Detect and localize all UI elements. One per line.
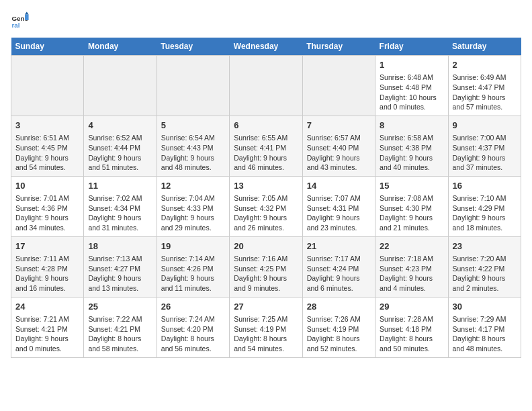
- day-info: Sunrise: 7:18 AM: [380, 254, 443, 264]
- day-info: Sunset: 4:21 PM: [88, 324, 152, 334]
- calendar-cell: 2Sunrise: 6:49 AMSunset: 4:47 PMDaylight…: [448, 56, 521, 116]
- day-info: Daylight: 9 hours and 26 minutes.: [234, 213, 298, 232]
- day-info: Sunrise: 7:16 AM: [234, 254, 298, 264]
- day-info: Sunset: 4:31 PM: [307, 203, 371, 214]
- day-info: Sunrise: 7:26 AM: [307, 314, 371, 324]
- col-header-sunday: Sunday: [11, 38, 84, 56]
- day-info: Sunrise: 7:29 AM: [453, 314, 517, 324]
- day-info: Sunset: 4:45 PM: [15, 143, 79, 153]
- day-number: 9: [453, 120, 517, 132]
- day-info: Daylight: 9 hours and 48 minutes.: [161, 153, 225, 173]
- day-info: Sunset: 4:26 PM: [161, 264, 225, 274]
- day-info: Sunset: 4:43 PM: [161, 143, 225, 153]
- day-info: Sunrise: 7:13 AM: [88, 254, 152, 264]
- day-info: Daylight: 9 hours and 18 minutes.: [453, 213, 517, 232]
- day-info: Sunrise: 7:28 AM: [380, 314, 443, 324]
- day-info: Sunset: 4:19 PM: [234, 324, 298, 334]
- day-number: 5: [161, 120, 225, 132]
- day-info: Sunset: 4:33 PM: [161, 203, 225, 214]
- day-info: Daylight: 9 hours and 29 minutes.: [161, 213, 225, 232]
- svg-marker-3: [25, 11, 29, 14]
- day-info: Daylight: 9 hours and 46 minutes.: [234, 153, 298, 173]
- calendar-cell: 23Sunrise: 7:20 AMSunset: 4:22 PMDayligh…: [448, 236, 521, 297]
- day-info: Sunrise: 7:21 AM: [15, 314, 79, 324]
- svg-marker-2: [25, 15, 29, 20]
- day-info: Sunrise: 7:00 AM: [453, 133, 517, 143]
- calendar-cell: 5Sunrise: 6:54 AMSunset: 4:43 PMDaylight…: [157, 116, 229, 176]
- day-info: Sunset: 4:20 PM: [161, 324, 225, 334]
- day-info: Sunrise: 7:24 AM: [161, 314, 225, 324]
- day-number: 27: [234, 301, 298, 313]
- day-info: Sunset: 4:23 PM: [380, 264, 443, 274]
- day-info: Daylight: 9 hours and 11 minutes.: [161, 273, 225, 293]
- day-info: Daylight: 9 hours and 31 minutes.: [88, 213, 152, 232]
- day-number: 16: [453, 180, 517, 192]
- day-info: Sunrise: 6:51 AM: [15, 133, 79, 143]
- calendar-header-row: SundayMondayTuesdayWednesdayThursdayFrid…: [11, 38, 521, 56]
- calendar-cell: [157, 56, 229, 116]
- calendar-cell: 7Sunrise: 6:57 AMSunset: 4:40 PMDaylight…: [302, 116, 375, 176]
- day-info: Sunrise: 6:52 AM: [88, 133, 152, 143]
- day-number: 26: [161, 301, 225, 313]
- calendar-cell: 16Sunrise: 7:10 AMSunset: 4:29 PMDayligh…: [448, 176, 521, 236]
- day-info: Daylight: 9 hours and 13 minutes.: [88, 273, 152, 293]
- day-info: Sunrise: 7:11 AM: [15, 254, 79, 264]
- day-info: Daylight: 8 hours and 56 minutes.: [161, 334, 225, 353]
- day-info: Daylight: 10 hours and 0 minutes.: [380, 93, 443, 112]
- day-info: Sunset: 4:47 PM: [453, 83, 517, 93]
- day-number: 29: [380, 301, 443, 313]
- calendar-cell: 10Sunrise: 7:01 AMSunset: 4:36 PMDayligh…: [11, 176, 84, 236]
- day-info: Daylight: 9 hours and 16 minutes.: [15, 273, 79, 293]
- calendar-cell: 20Sunrise: 7:16 AMSunset: 4:25 PMDayligh…: [230, 236, 302, 297]
- day-info: Daylight: 8 hours and 48 minutes.: [453, 334, 517, 353]
- day-info: Sunrise: 6:58 AM: [380, 133, 443, 143]
- day-info: Sunrise: 6:48 AM: [380, 73, 443, 83]
- calendar-week-4: 17Sunrise: 7:11 AMSunset: 4:28 PMDayligh…: [11, 236, 521, 297]
- day-number: 17: [15, 240, 79, 253]
- calendar-cell: 25Sunrise: 7:22 AMSunset: 4:21 PMDayligh…: [84, 297, 157, 357]
- day-number: 4: [88, 120, 152, 132]
- day-number: 8: [380, 120, 443, 132]
- day-info: Daylight: 8 hours and 52 minutes.: [307, 334, 371, 353]
- col-header-thursday: Thursday: [302, 38, 375, 56]
- day-number: 13: [234, 180, 298, 192]
- day-info: Daylight: 8 hours and 54 minutes.: [234, 334, 298, 353]
- day-info: Sunset: 4:19 PM: [307, 324, 371, 334]
- day-info: Daylight: 9 hours and 2 minutes.: [453, 273, 517, 293]
- day-info: Sunset: 4:17 PM: [453, 324, 517, 334]
- calendar-cell: 29Sunrise: 7:28 AMSunset: 4:18 PMDayligh…: [375, 297, 448, 357]
- day-info: Daylight: 9 hours and 9 minutes.: [234, 273, 298, 293]
- calendar-cell: 19Sunrise: 7:14 AMSunset: 4:26 PMDayligh…: [157, 236, 229, 297]
- day-number: 15: [380, 180, 443, 192]
- calendar-cell: 1Sunrise: 6:48 AMSunset: 4:48 PMDaylight…: [375, 56, 448, 116]
- calendar-cell: 14Sunrise: 7:07 AMSunset: 4:31 PMDayligh…: [302, 176, 375, 236]
- calendar-cell: 15Sunrise: 7:08 AMSunset: 4:30 PMDayligh…: [375, 176, 448, 236]
- day-number: 23: [453, 240, 517, 253]
- calendar-cell: 9Sunrise: 7:00 AMSunset: 4:37 PMDaylight…: [448, 116, 521, 176]
- day-number: 14: [307, 180, 371, 192]
- day-number: 24: [15, 301, 79, 313]
- day-info: Sunrise: 6:49 AM: [453, 73, 517, 83]
- day-info: Sunset: 4:18 PM: [380, 324, 443, 334]
- day-number: 25: [88, 301, 152, 313]
- day-info: Sunset: 4:48 PM: [380, 83, 443, 93]
- day-info: Daylight: 9 hours and 54 minutes.: [15, 153, 79, 173]
- day-info: Daylight: 9 hours and 43 minutes.: [307, 153, 371, 173]
- calendar-cell: [84, 56, 157, 116]
- day-info: Sunset: 4:36 PM: [15, 203, 79, 214]
- calendar-cell: 22Sunrise: 7:18 AMSunset: 4:23 PMDayligh…: [375, 236, 448, 297]
- day-info: Sunset: 4:30 PM: [380, 203, 443, 214]
- day-info: Sunset: 4:21 PM: [15, 324, 79, 334]
- day-info: Sunrise: 7:10 AM: [453, 193, 517, 203]
- day-number: 6: [234, 120, 298, 132]
- calendar-cell: 17Sunrise: 7:11 AMSunset: 4:28 PMDayligh…: [11, 236, 84, 297]
- day-number: 21: [307, 240, 371, 253]
- day-number: 12: [161, 180, 225, 192]
- day-info: Sunset: 4:32 PM: [234, 203, 298, 214]
- calendar-cell: 8Sunrise: 6:58 AMSunset: 4:38 PMDaylight…: [375, 116, 448, 176]
- day-info: Daylight: 9 hours and 51 minutes.: [88, 153, 152, 173]
- day-info: Daylight: 8 hours and 58 minutes.: [88, 334, 152, 353]
- day-info: Sunset: 4:27 PM: [88, 264, 152, 274]
- day-info: Sunset: 4:37 PM: [453, 143, 517, 153]
- day-number: 10: [15, 180, 79, 192]
